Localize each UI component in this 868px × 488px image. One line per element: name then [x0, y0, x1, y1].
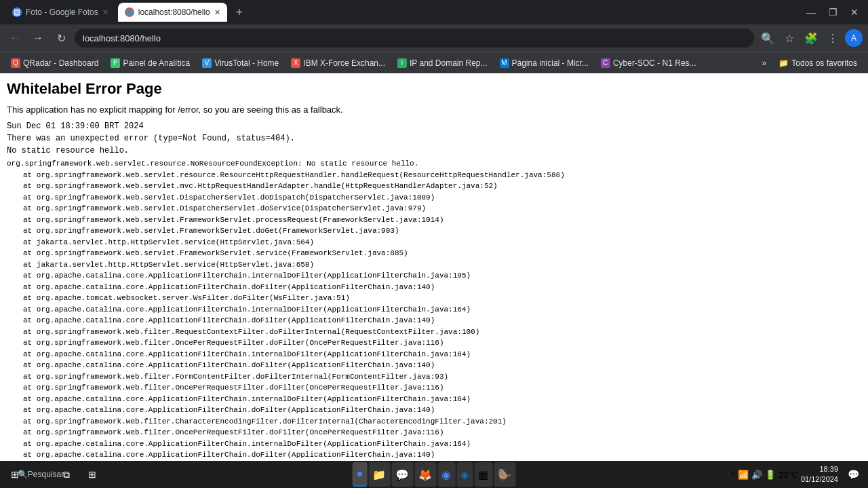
firefox-icon: 🦊 [418, 468, 432, 481]
bookmarks-more-button[interactable]: » [757, 57, 772, 69]
error-page-title: Whitelabel Error Page [7, 80, 861, 98]
tray-battery[interactable]: 🔋 [765, 470, 776, 480]
bookmark-favicon-iprep: I [397, 58, 407, 68]
bookmark-label-microsoft: Página inicial - Micr... [512, 58, 589, 68]
bookmark-folder-icon: 📁 [778, 58, 789, 68]
search-icon: 🔍 [18, 470, 28, 479]
dbbeaver-icon: 🦫 [498, 468, 511, 481]
bookmark-iprep[interactable]: I IP and Domain Rep... [392, 57, 493, 69]
bookmark-favicon-ibm: X [291, 58, 300, 68]
title-bar: 🖼 Foto - Google Fotos ✕ 🌐 localhost:8080… [0, 0, 868, 24]
explorer-icon: 📁 [372, 468, 386, 481]
bookmark-label-ibm: IBM X-Force Exchan... [303, 58, 385, 68]
tray-chevron[interactable]: ^ [731, 470, 735, 480]
page-content: Whitelabel Error Page This application h… [0, 73, 868, 488]
task-view-button[interactable]: ⧉ [54, 462, 79, 487]
bookmarks-more-icon: » [762, 58, 767, 68]
address-bar-container[interactable] [75, 29, 754, 48]
bookmark-favicon-microsoft: M [500, 58, 509, 68]
stack-line: at org.springframework.web.filter.OncePe… [7, 382, 861, 394]
forward-button[interactable]: → [28, 29, 47, 48]
bookmark-favicon-virustotal: V [202, 58, 212, 68]
close-button[interactable]: ✕ [846, 4, 863, 20]
bookmark-virustotal[interactable]: V VirusTotal - Home [197, 57, 284, 69]
chrome-icon: ● [357, 468, 363, 480]
bookmark-label-qradar: QRadar - Dashboard [23, 58, 98, 68]
stack-line: at org.springframework.web.servlet.mvc.H… [7, 181, 861, 192]
chromium-icon: ◉ [441, 468, 451, 481]
stack-line: at jakarta.servlet.http.HttpServlet.serv… [7, 237, 861, 248]
stack-line: at org.springframework.web.filter.OncePe… [7, 337, 861, 349]
new-tab-button[interactable]: + [230, 3, 249, 22]
taskbar-chrome[interactable]: ● [353, 462, 368, 487]
bookmark-all-favorites[interactable]: 📁 Todos os favoritos [773, 57, 863, 69]
stack-line: at org.springframework.web.filter.OncePe… [7, 427, 861, 438]
bookmark-cybersoc[interactable]: C Cyber-SOC - N1 Res... [595, 57, 702, 69]
back-button[interactable]: ← [5, 29, 24, 48]
tab-close-fotos[interactable]: ✕ [102, 8, 108, 17]
system-tray-icons: ^ 📶 🔊 🔋 23°C [731, 470, 798, 480]
profile-button[interactable]: A [845, 29, 863, 47]
address-input[interactable] [83, 33, 746, 43]
tab-localhost[interactable]: 🌐 localhost:8080/hello ✕ [118, 3, 227, 22]
exception-line: org.springframework.web.servlet.resource… [7, 158, 861, 170]
taskbar-firefox[interactable]: 🦊 [414, 462, 436, 487]
extensions-button[interactable]: 🧩 [802, 29, 821, 48]
widgets-icon: ⊞ [88, 469, 96, 480]
tray-volume[interactable]: 🔊 [751, 470, 762, 480]
taskbar-whatsapp[interactable]: 💬 [391, 462, 413, 487]
toolbar-icons: 🔍 ☆ 🧩 ⋮ A [758, 29, 863, 48]
stack-line: at org.springframework.web.servlet.Frame… [7, 225, 861, 237]
system-clock[interactable]: 18:39 01/12/2024 [801, 464, 838, 485]
stack-line: at org.springframework.web.servlet.Frame… [7, 214, 861, 226]
tab-title-localhost: localhost:8080/hello [138, 7, 210, 17]
stack-line: at org.springframework.web.servlet.Frame… [7, 248, 861, 259]
bookmark-qradar[interactable]: Q QRadar - Dashboard [5, 57, 104, 69]
stack-line: at org.apache.catalina.core.ApplicationF… [7, 360, 861, 371]
search-icon-btn[interactable]: 🔍 [758, 29, 777, 48]
taskbar-vscode[interactable]: ◈ [456, 462, 473, 487]
restore-button[interactable]: ❐ [825, 4, 841, 20]
reload-button[interactable]: ↻ [52, 29, 71, 48]
stack-line: at org.apache.catalina.core.ApplicationF… [7, 270, 861, 282]
bookmark-favicon-painel: P [111, 58, 120, 68]
whatsapp-icon: 💬 [395, 468, 409, 481]
search-button[interactable]: 🔍 Pesquisar [28, 462, 53, 487]
minimize-button[interactable]: — [803, 4, 819, 20]
stack-line: at jakarta.servlet.http.HttpServlet.serv… [7, 259, 861, 271]
tab-favicon-fotos: 🖼 [12, 7, 22, 17]
bookmark-painel[interactable]: P Painel de Analítica [105, 57, 195, 69]
bookmarks-bar: Q QRadar - Dashboard P Painel de Analíti… [0, 52, 868, 73]
bookmark-label-cybersoc: Cyber-SOC - N1 Res... [613, 58, 696, 68]
taskbar-chromium[interactable]: ◉ [437, 462, 455, 487]
taskbar-terminal[interactable]: ▦ [474, 462, 492, 487]
title-bar-controls: — ❐ ✕ [803, 4, 863, 20]
taskbar-dbbeaver[interactable]: 🦫 [494, 462, 515, 487]
clock-date: 01/12/2024 [801, 474, 838, 485]
taskbar-right: ^ 📶 🔊 🔋 23°C 18:39 01/12/2024 💬 [731, 462, 865, 487]
tab-google-fotos[interactable]: 🖼 Foto - Google Fotos ✕ [5, 3, 115, 22]
bookmark-star-button[interactable]: ☆ [780, 29, 799, 48]
notification-button[interactable]: 💬 [841, 462, 865, 487]
bookmark-microsoft[interactable]: M Página inicial - Micr... [494, 57, 594, 69]
widgets-button[interactable]: ⊞ [80, 462, 104, 487]
stack-line: at org.springframework.web.servlet.Dispa… [7, 203, 861, 214]
taskbar: ⊞ 🔍 Pesquisar ⧉ ⊞ ● 📁 💬 🦊 ◉ ◈ ▦ [0, 461, 868, 488]
taskbar-explorer[interactable]: 📁 [368, 462, 390, 487]
stack-line: at org.apache.catalina.core.ApplicationF… [7, 315, 861, 326]
toolbar: ← → ↻ 🔍 ☆ 🧩 ⋮ A [0, 24, 868, 52]
tray-network[interactable]: 📶 [738, 470, 749, 480]
bookmark-ibm[interactable]: X IBM X-Force Exchan... [285, 57, 391, 69]
bookmark-all-favorites-label: Todos os favoritos [791, 58, 857, 68]
stack-line: at org.apache.tomcat.websocket.server.Ws… [7, 293, 861, 304]
error-description: This application has no explicit mapping… [7, 105, 861, 115]
browser-chrome: 🖼 Foto - Google Fotos ✕ 🌐 localhost:8080… [0, 0, 868, 488]
bookmark-favicon-qradar: Q [11, 58, 20, 68]
stack-line: at org.apache.catalina.core.ApplicationF… [7, 438, 861, 450]
stack-line: at org.apache.catalina.core.ApplicationF… [7, 394, 861, 405]
vscode-icon: ◈ [460, 468, 469, 481]
tab-close-localhost[interactable]: ✕ [214, 8, 220, 17]
error-no-resource: No static resource hello. [7, 146, 861, 155]
tray-temperature: 23°C [778, 470, 798, 480]
browser-menu-button[interactable]: ⋮ [823, 29, 842, 48]
